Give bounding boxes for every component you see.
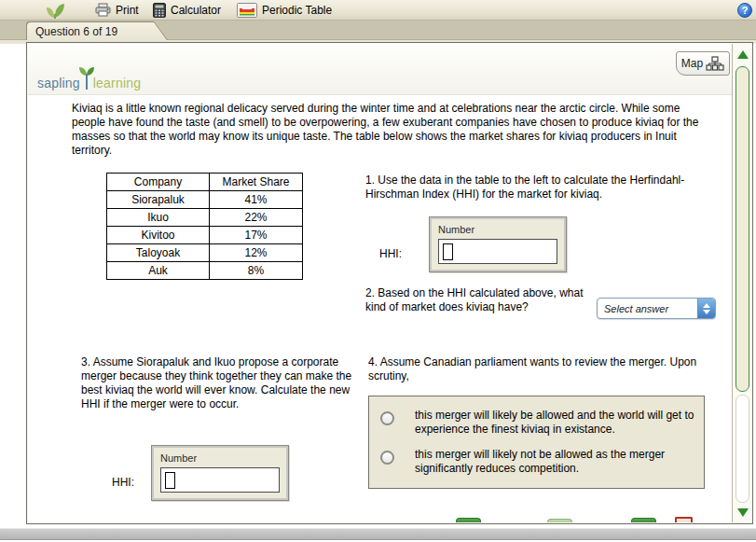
arrow-down-icon (737, 508, 749, 517)
table-row: Taloyoak 12% (107, 244, 303, 262)
q3-input-type-label: Number (160, 452, 280, 464)
scrollbar-thumb[interactable] (735, 66, 749, 392)
printer-icon (95, 3, 111, 17)
sapling-learning-logo: sapling learning (37, 66, 141, 90)
question-3-text: 3. Assume Siorapaluk and Ikuo propose a … (81, 355, 361, 411)
q3-number-widget: Number (151, 445, 289, 501)
q1-hhi-label: HHI: (379, 247, 402, 260)
q2-answer-dropdown[interactable]: Select answer (597, 298, 716, 319)
table-row: Kivitoo 17% (107, 227, 303, 244)
q1-input-type-label: Number (438, 224, 557, 235)
q4-option-2[interactable]: this merger will likely not be allowed a… (380, 448, 694, 476)
map-button[interactable]: Map (676, 51, 730, 76)
question-2-text: 2. Based on the HHI calculated above, wh… (365, 286, 597, 319)
cell-share: 12% (210, 244, 303, 262)
print-button[interactable]: Print (89, 1, 144, 20)
scroll-down-button[interactable] (735, 505, 750, 520)
sitemap-icon (706, 56, 724, 71)
question-2-block: 2. Based on the HHI calculated above, wh… (365, 286, 729, 319)
dropdown-stepper-icon[interactable] (697, 299, 715, 318)
print-label: Print (116, 4, 139, 17)
q4-option-2-label: this merger will likely not be allowed a… (415, 448, 694, 476)
cell-share: 8% (210, 262, 303, 280)
q4-option-1[interactable]: this merger will likely be allowed and t… (380, 409, 694, 437)
question-4-text: 4. Assume Canadian parliament wants to r… (368, 355, 733, 383)
calculator-icon (153, 3, 166, 18)
q1-hhi-input[interactable] (438, 239, 557, 264)
cell-share: 41% (210, 191, 303, 209)
cell-share: 22% (210, 209, 303, 227)
tab-question[interactable]: Question 6 of 19 (26, 21, 168, 40)
cell-company: Kivitoo (107, 227, 210, 244)
question-content: sapling learning Map (28, 44, 733, 522)
question-1-text: 1. Use the data in the table to the left… (365, 174, 722, 202)
cell-company: Auk (107, 262, 210, 280)
q3-hhi-input[interactable] (160, 467, 280, 493)
periodic-table-button[interactable]: Periodic Table (231, 1, 337, 20)
market-share-table: Company Market Share Siorapaluk 41% Ikuo… (106, 173, 303, 280)
logo-word-sapling: sapling (37, 76, 80, 90)
question-panel: sapling learning Map (26, 42, 753, 524)
chevron-up-icon (703, 303, 710, 308)
intro-paragraph: Kiviaq is a little known regional delica… (72, 102, 702, 158)
calculator-label: Calculator (171, 4, 221, 17)
scrollbar-track[interactable] (735, 395, 749, 503)
dropdown-value: Select answer (598, 303, 694, 314)
cut-off-button[interactable] (631, 518, 656, 522)
sapling-tree-icon (80, 66, 93, 90)
table-header-row: Company Market Share (107, 174, 303, 191)
vertical-scrollbar (732, 44, 751, 522)
text-cursor (443, 243, 453, 260)
cell-company: Taloyoak (107, 244, 210, 262)
table-row: Auk 8% (107, 262, 303, 280)
periodic-table-label: Periodic Table (262, 4, 332, 17)
cell-company: Siorapaluk (107, 191, 210, 209)
cut-off-button[interactable] (675, 517, 693, 522)
cell-share: 17% (210, 227, 303, 244)
map-button-label: Map (681, 57, 703, 70)
calculator-button[interactable]: Calculator (147, 1, 227, 20)
tab-label: Question 6 of 19 (35, 25, 117, 38)
cut-off-button[interactable] (547, 519, 572, 522)
q3-hhi-label: HHI: (112, 476, 134, 489)
tab-bar: Question 6 of 19 (0, 21, 756, 40)
banner: sapling learning Map (28, 44, 733, 95)
logo-word-learning: learning (93, 76, 141, 90)
sapling-leaf-icon (45, 1, 67, 20)
arrow-up-icon (737, 50, 749, 59)
q4-options-box: this merger will likely be allowed and t… (368, 396, 705, 489)
col-header-share: Market Share (210, 174, 303, 191)
q4-option-1-label: this merger will likely be allowed and t… (415, 409, 694, 437)
q1-number-widget: Number (429, 216, 567, 272)
cell-company: Ikuo (107, 209, 210, 227)
top-toolbar: Print Calculator P (0, 0, 756, 21)
text-cursor (165, 472, 175, 489)
table-row: Siorapaluk 41% (107, 191, 303, 209)
cut-off-button[interactable] (456, 518, 481, 522)
chevron-down-icon (703, 310, 710, 314)
help-glyph: ? (742, 5, 749, 16)
help-icon[interactable]: ? (737, 3, 752, 18)
scroll-up-button[interactable] (735, 47, 750, 62)
periodic-table-icon (237, 3, 257, 18)
bottom-scroll-bar[interactable] (0, 528, 756, 540)
radio-button[interactable] (380, 411, 394, 425)
table-row: Ikuo 22% (107, 209, 303, 227)
col-header-company: Company (107, 174, 210, 191)
radio-button[interactable] (380, 451, 394, 465)
